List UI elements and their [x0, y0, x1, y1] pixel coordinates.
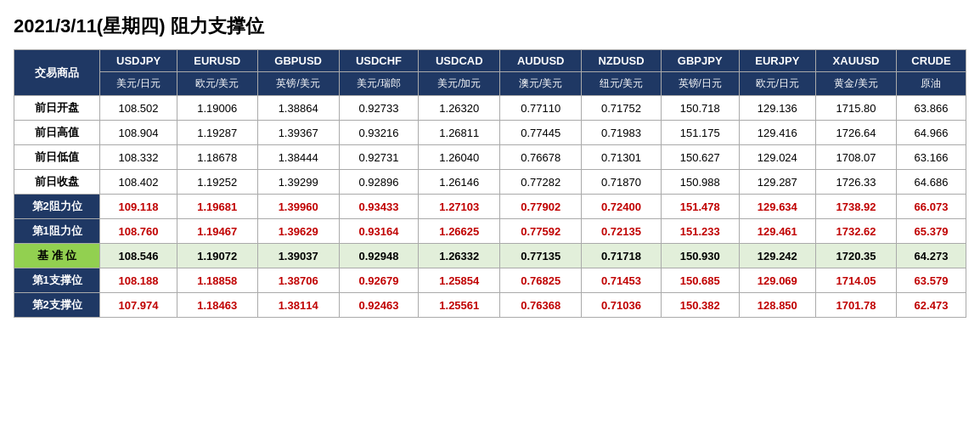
cell-r1-c4: 1.26811 — [419, 121, 500, 145]
cell-r0-c9: 1715.80 — [816, 96, 897, 121]
cell-r3-c3: 0.92896 — [339, 170, 419, 195]
cell-r8-c5: 0.76368 — [500, 293, 582, 318]
cell-r8-c8: 128.850 — [739, 293, 816, 318]
header-sublabel-gbpusd: 英镑/美元 — [257, 72, 339, 96]
header-sublabel-usdjpy: 美元/日元 — [100, 72, 177, 96]
header-row-instruments: 交易商品 USDJPYEURUSDGBPUSDUSDCHFUSDCADAUDUS… — [14, 50, 966, 72]
header-instrument-crude: CRUDE — [896, 50, 966, 72]
cell-r5-c7: 151.233 — [661, 219, 739, 244]
cell-r0-c10: 63.866 — [896, 96, 966, 121]
cell-r8-c6: 0.71036 — [582, 293, 662, 318]
cell-r1-c2: 1.39367 — [257, 121, 339, 145]
cell-r4-c5: 0.77902 — [500, 195, 582, 219]
row-label-4: 第2阻力位 — [14, 195, 100, 219]
cell-r2-c4: 1.26040 — [419, 145, 500, 170]
row-label-5: 第1阻力位 — [14, 219, 100, 244]
cell-r0-c0: 108.502 — [100, 96, 177, 121]
cell-r2-c7: 150.627 — [661, 145, 739, 170]
cell-r5-c5: 0.77592 — [500, 219, 582, 244]
cell-r0-c4: 1.26320 — [419, 96, 500, 121]
cell-r7-c6: 0.71453 — [582, 268, 662, 293]
cell-r6-c3: 0.92948 — [339, 244, 419, 268]
cell-r6-c5: 0.77135 — [500, 244, 582, 268]
cell-r4-c10: 66.073 — [896, 195, 966, 219]
cell-r6-c0: 108.546 — [100, 244, 177, 268]
cell-r2-c3: 0.92731 — [339, 145, 419, 170]
cell-r2-c6: 0.71301 — [582, 145, 662, 170]
row-label-7: 第1支撑位 — [14, 268, 100, 293]
header-sublabel-crude: 原油 — [896, 72, 966, 96]
table-row: 第1支撑位108.1881.188581.387060.926791.25854… — [14, 268, 966, 293]
table-row: 前日收盘108.4021.192521.392990.928961.261460… — [14, 170, 966, 195]
header-sublabel-eurjpy: 欧元/日元 — [739, 72, 816, 96]
cell-r1-c10: 64.966 — [896, 121, 966, 145]
header-sublabel-usdchf: 美元/瑞郎 — [339, 72, 419, 96]
cell-r5-c8: 129.461 — [739, 219, 816, 244]
row-label-0: 前日开盘 — [14, 96, 100, 121]
table-row: 第1阻力位108.7601.194671.396290.931641.26625… — [14, 219, 966, 244]
cell-r7-c10: 63.579 — [896, 268, 966, 293]
cell-r0-c7: 150.718 — [661, 96, 739, 121]
header-instrument-usdchf: USDCHF — [339, 50, 419, 72]
cell-r0-c1: 1.19006 — [177, 96, 257, 121]
cell-r8-c4: 1.25561 — [419, 293, 500, 318]
cell-r5-c9: 1732.62 — [816, 219, 897, 244]
cell-r6-c8: 129.242 — [739, 244, 816, 268]
header-instrument-eurjpy: EURJPY — [739, 50, 816, 72]
cell-r3-c7: 150.988 — [661, 170, 739, 195]
table-row: 第2阻力位109.1181.196811.399600.934331.27103… — [14, 195, 966, 219]
header-sublabel-gbpjpy: 英镑/日元 — [661, 72, 739, 96]
cell-r6-c2: 1.39037 — [257, 244, 339, 268]
cell-r5-c3: 0.93164 — [339, 219, 419, 244]
cell-r4-c8: 129.634 — [739, 195, 816, 219]
cell-r4-c2: 1.39960 — [257, 195, 339, 219]
cell-r4-c4: 1.27103 — [419, 195, 500, 219]
data-table: 交易商品 USDJPYEURUSDGBPUSDUSDCHFUSDCADAUDUS… — [14, 49, 966, 318]
cell-r3-c0: 108.402 — [100, 170, 177, 195]
header-instrument-gbpjpy: GBPJPY — [661, 50, 739, 72]
cell-r0-c5: 0.77110 — [500, 96, 582, 121]
cell-r5-c1: 1.19467 — [177, 219, 257, 244]
cell-r3-c4: 1.26146 — [419, 170, 500, 195]
cell-r6-c6: 0.71718 — [582, 244, 662, 268]
row-label-3: 前日收盘 — [14, 170, 100, 195]
cell-r0-c2: 1.38864 — [257, 96, 339, 121]
cell-r3-c10: 64.686 — [896, 170, 966, 195]
cell-r4-c9: 1738.92 — [816, 195, 897, 219]
cell-r4-c7: 151.478 — [661, 195, 739, 219]
cell-r6-c4: 1.26332 — [419, 244, 500, 268]
cell-r0-c3: 0.92733 — [339, 96, 419, 121]
cell-r0-c8: 129.136 — [739, 96, 816, 121]
cell-r7-c1: 1.18858 — [177, 268, 257, 293]
cell-r2-c0: 108.332 — [100, 145, 177, 170]
cell-r5-c10: 65.379 — [896, 219, 966, 244]
cell-r7-c2: 1.38706 — [257, 268, 339, 293]
cell-r6-c7: 150.930 — [661, 244, 739, 268]
cell-r6-c10: 64.273 — [896, 244, 966, 268]
cell-r3-c1: 1.19252 — [177, 170, 257, 195]
cell-r5-c0: 108.760 — [100, 219, 177, 244]
cell-r7-c8: 129.069 — [739, 268, 816, 293]
cell-r8-c1: 1.18463 — [177, 293, 257, 318]
header-instrument-gbpusd: GBPUSD — [257, 50, 339, 72]
cell-r6-c1: 1.19072 — [177, 244, 257, 268]
cell-r1-c9: 1726.64 — [816, 121, 897, 145]
cell-r3-c5: 0.77282 — [500, 170, 582, 195]
cell-r8-c2: 1.38114 — [257, 293, 339, 318]
table-row: 基 准 位108.5461.190721.390370.929481.26332… — [14, 244, 966, 268]
header-sublabel-audusd: 澳元/美元 — [500, 72, 582, 96]
header-sublabel-xauusd: 黄金/美元 — [816, 72, 897, 96]
cell-r8-c0: 107.974 — [100, 293, 177, 318]
cell-r2-c1: 1.18678 — [177, 145, 257, 170]
cell-r1-c0: 108.904 — [100, 121, 177, 145]
cell-r1-c6: 0.71983 — [582, 121, 662, 145]
cell-r2-c5: 0.76678 — [500, 145, 582, 170]
cell-r8-c9: 1701.78 — [816, 293, 897, 318]
header-sublabel-nzdusd: 纽元/美元 — [582, 72, 662, 96]
row-label-6: 基 准 位 — [14, 244, 100, 268]
cell-r3-c2: 1.39299 — [257, 170, 339, 195]
cell-r8-c3: 0.92463 — [339, 293, 419, 318]
cell-r1-c8: 129.416 — [739, 121, 816, 145]
cell-r8-c7: 150.382 — [661, 293, 739, 318]
cell-r7-c0: 108.188 — [100, 268, 177, 293]
